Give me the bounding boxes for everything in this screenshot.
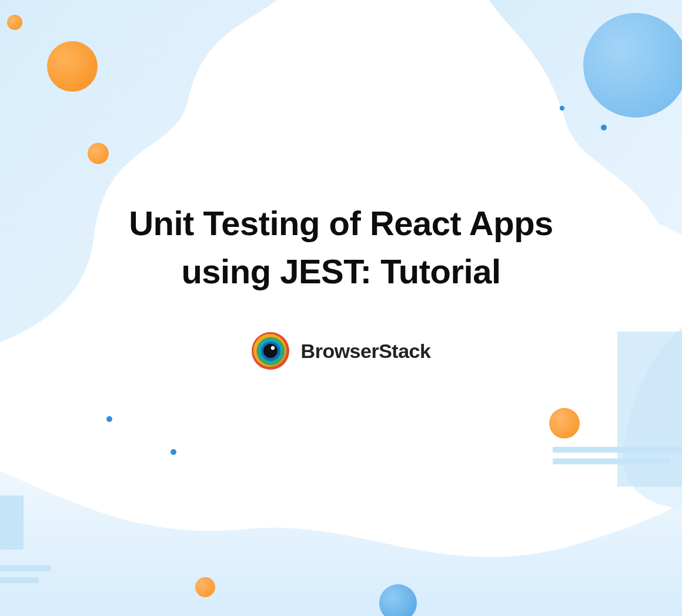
background-blob: [0, 0, 682, 616]
decorative-dot-blue: [170, 449, 176, 455]
decorative-dot-orange: [7, 15, 22, 30]
decorative-circle-orange: [47, 41, 98, 92]
decorative-dot-blue: [601, 125, 607, 130]
decorative-rect: [0, 496, 24, 550]
decorative-lines: [0, 565, 51, 583]
decorative-circle-orange: [195, 577, 215, 597]
decorative-lines: [553, 447, 682, 464]
decorative-dot-blue: [106, 416, 112, 422]
decorative-circle-orange: [88, 143, 109, 164]
decorative-dot-blue: [560, 106, 564, 111]
decorative-circle-orange: [549, 408, 580, 438]
decorative-circle-blue: [583, 13, 682, 118]
